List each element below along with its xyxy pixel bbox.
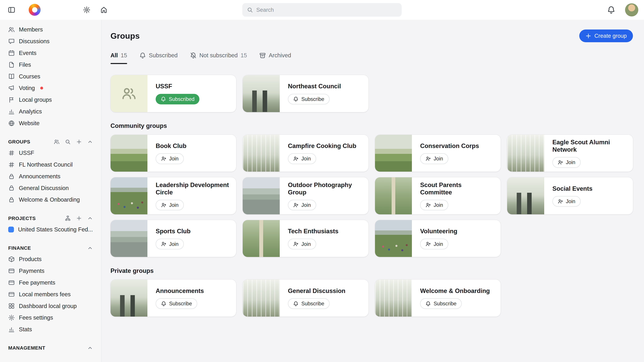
tab[interactable]: All 15: [110, 52, 127, 64]
sidebar-group-item[interactable]: FL Northeast Council: [5, 159, 96, 171]
groups-add-button[interactable]: [76, 139, 82, 145]
finance-item-label: Local members fees: [19, 291, 71, 298]
tab-count: 15: [241, 52, 247, 59]
sidebar-finance-item[interactable]: Fees settings: [5, 312, 96, 324]
search-input[interactable]: [256, 7, 397, 13]
sidebar-item[interactable]: Voting: [5, 82, 96, 94]
subscribe-button[interactable]: Subscribe: [288, 94, 330, 105]
group-thumbnail: [375, 177, 412, 214]
sidebar-group-item[interactable]: USSF: [5, 147, 96, 159]
projects-tree-button[interactable]: [65, 215, 70, 221]
sidebar-group-item[interactable]: Welcome & Onboarding: [5, 194, 96, 206]
group-card[interactable]: Social Events Join: [507, 177, 633, 214]
group-placeholder-icon: [122, 86, 136, 101]
join-button[interactable]: Join: [288, 153, 316, 164]
sidebar-finance-item[interactable]: Payments: [5, 265, 96, 277]
group-card[interactable]: Scout Parents Committee Join: [375, 177, 500, 214]
sidebar-project-item[interactable]: United States Scouting Fed...: [5, 224, 96, 235]
projects-collapse-button[interactable]: [87, 215, 93, 221]
tab[interactable]: Subscribed: [139, 52, 178, 64]
sidebar-item[interactable]: Website: [5, 117, 96, 129]
join-button[interactable]: Join: [156, 239, 184, 249]
group-card[interactable]: Volunteering Join: [375, 220, 500, 257]
join-button[interactable]: Join: [420, 239, 448, 249]
sidebar-item[interactable]: Members: [5, 24, 96, 35]
tab[interactable]: Not subscribed 15: [190, 52, 247, 64]
group-card[interactable]: Leadership Development Circle Join: [110, 177, 236, 214]
group-title: Conservation Corps: [420, 142, 494, 150]
group-card[interactable]: Outdoor Photography Group Join: [243, 177, 368, 214]
groups-collapse-button[interactable]: [87, 139, 93, 145]
sidebar-item[interactable]: Events: [5, 47, 96, 59]
join-button[interactable]: Join: [288, 239, 316, 249]
group-item-icon: [8, 161, 15, 168]
group-card-actions: Subscribed: [156, 94, 230, 105]
join-button[interactable]: Join: [420, 153, 448, 164]
search-box[interactable]: [242, 3, 402, 16]
sidebar-item[interactable]: Local groups: [5, 94, 96, 106]
sidebar-item[interactable]: Files: [5, 59, 96, 70]
group-thumbnail: [507, 135, 544, 172]
project-item-label: United States Scouting Fed...: [18, 226, 93, 233]
sidebar-toggle-button[interactable]: [6, 4, 17, 15]
home-button[interactable]: [98, 4, 110, 15]
sidebar-item[interactable]: Analytics: [5, 106, 96, 117]
group-item-label: USSF: [19, 150, 34, 156]
group-card[interactable]: Conservation Corps Join: [375, 135, 500, 172]
group-card-actions: Subscribe: [156, 298, 230, 309]
group-card[interactable]: Announcements Subscribe: [110, 280, 236, 317]
notifications-button[interactable]: [606, 4, 617, 15]
subscribe-button[interactable]: Subscribe: [156, 298, 197, 309]
chevron-up-icon: [87, 345, 93, 351]
sidebar-section-groups-header: GROUPS: [5, 136, 96, 147]
create-group-button[interactable]: Create group: [579, 29, 633, 42]
user-avatar[interactable]: [625, 3, 638, 16]
group-thumbnail: [243, 280, 280, 317]
group-card[interactable]: Book Club Join: [110, 135, 236, 172]
join-button[interactable]: Join: [552, 157, 580, 168]
join-button[interactable]: Join: [420, 200, 448, 211]
sidebar-item[interactable]: Courses: [5, 70, 96, 82]
join-button[interactable]: Join: [156, 200, 184, 211]
management-collapse-button[interactable]: [87, 345, 93, 351]
finance-item-icon: [8, 303, 15, 309]
sidebar-group-item[interactable]: General Discussion: [5, 182, 96, 194]
subscribed-badge[interactable]: Subscribed: [156, 94, 200, 105]
join-button[interactable]: Join: [156, 153, 184, 164]
group-card[interactable]: Welcome & Onboarding Subscribe: [375, 280, 500, 317]
bell-icon: [161, 96, 166, 102]
tab-label: Subscribed: [149, 52, 178, 59]
group-card[interactable]: General Discussion Subscribe: [243, 280, 368, 317]
join-button[interactable]: Join: [288, 200, 316, 211]
community-groups-heading: Community groups: [110, 122, 633, 129]
group-card[interactable]: Northeast Council Subscribe: [243, 75, 368, 112]
app-logo[interactable]: [29, 4, 40, 16]
sidebar-item-icon: [8, 108, 15, 115]
sidebar-finance-item[interactable]: Fee payments: [5, 277, 96, 289]
sidebar-finance-item[interactable]: Products: [5, 253, 96, 265]
groups-search-button[interactable]: [65, 139, 70, 145]
projects-add-button[interactable]: [76, 215, 82, 221]
settings-button[interactable]: [81, 4, 92, 15]
group-card[interactable]: USSF Subscribed: [110, 75, 236, 112]
subscribe-button[interactable]: Subscribe: [288, 298, 330, 309]
sidebar-finance-item[interactable]: Stats: [5, 324, 96, 335]
group-card[interactable]: Sports Club Join: [110, 220, 236, 257]
join-button[interactable]: Join: [552, 196, 580, 207]
person-plus-icon: [161, 241, 166, 247]
sidebar-finance-item[interactable]: Dashboard local group: [5, 300, 96, 312]
finance-collapse-button[interactable]: [87, 245, 93, 251]
notification-dot: [40, 87, 43, 89]
group-card[interactable]: Eagle Scout Alumni Network Join: [507, 135, 633, 172]
sidebar-finance-item[interactable]: Local members fees: [5, 289, 96, 300]
group-card[interactable]: Tech Enthusiasts Join: [243, 220, 368, 257]
groups-members-button[interactable]: [54, 139, 60, 145]
subscribe-button[interactable]: Subscribe: [420, 298, 462, 309]
sidebar-item[interactable]: Discussions: [5, 35, 96, 47]
tab[interactable]: Archived: [259, 52, 291, 64]
sidebar-item-label: Files: [19, 61, 31, 68]
sidebar-item-icon: [8, 96, 15, 103]
sidebar-item-label: Local groups: [19, 96, 52, 103]
group-card[interactable]: Campfire Cooking Club Join: [243, 135, 368, 172]
sidebar-group-item[interactable]: Announcements: [5, 170, 96, 182]
